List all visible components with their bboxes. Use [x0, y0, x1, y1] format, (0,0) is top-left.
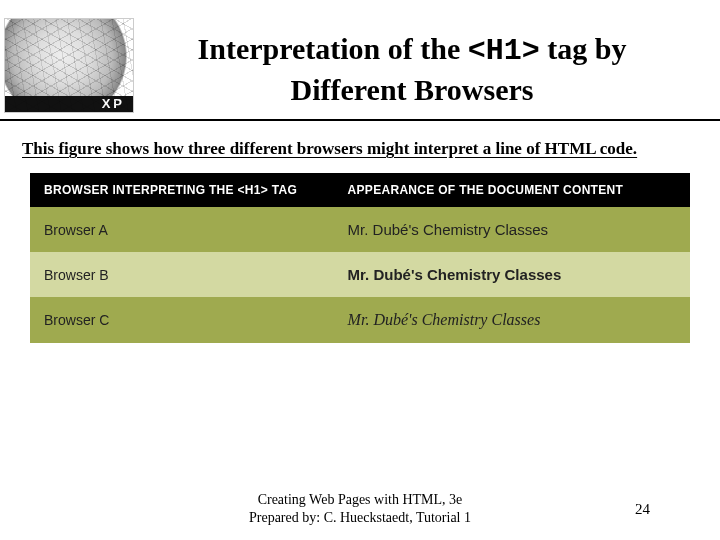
cell-appearance: Mr. Dubé's Chemistry Classes: [334, 207, 690, 252]
table-header-col1: BROWSER INTERPRETING THE <H1> TAG: [30, 173, 334, 207]
footer-line1: Creating Web Pages with HTML, 3e: [249, 491, 471, 509]
title-line2: Different Browsers: [291, 73, 534, 106]
title-part2: tag by: [540, 32, 627, 65]
table-header-row: BROWSER INTERPRETING THE <H1> TAG APPEAR…: [30, 173, 690, 207]
logo-graphic: XP: [4, 18, 134, 113]
table-row: Browser A Mr. Dubé's Chemistry Classes: [30, 207, 690, 252]
cell-appearance: Mr. Dubé's Chemistry Classes: [334, 297, 690, 343]
browser-table: BROWSER INTERPRETING THE <H1> TAG APPEAR…: [30, 173, 690, 343]
figure-caption: This figure shows how three different br…: [22, 139, 720, 159]
cell-appearance: Mr. Dubé's Chemistry Classes: [334, 252, 690, 297]
slide-footer: Creating Web Pages with HTML, 3e Prepare…: [0, 491, 720, 526]
title-code: <H1>: [468, 34, 540, 68]
page-number: 24: [635, 501, 650, 518]
table-row: Browser B Mr. Dubé's Chemistry Classes: [30, 252, 690, 297]
slide-header: XP Interpretation of the <H1> tag by Dif…: [0, 0, 720, 113]
table-row: Browser C Mr. Dubé's Chemistry Classes: [30, 297, 690, 343]
cell-browser: Browser C: [30, 297, 334, 343]
slide-title: Interpretation of the <H1> tag by Differ…: [134, 30, 690, 108]
cell-browser: Browser A: [30, 207, 334, 252]
title-part1: Interpretation of the: [198, 32, 468, 65]
cell-browser: Browser B: [30, 252, 334, 297]
browser-table-wrap: BROWSER INTERPRETING THE <H1> TAG APPEAR…: [30, 173, 690, 343]
footer-center: Creating Web Pages with HTML, 3e Prepare…: [249, 491, 471, 526]
table-header-col2: APPEARANCE OF THE DOCUMENT CONTENT: [334, 173, 690, 207]
title-area: Interpretation of the <H1> tag by Differ…: [134, 18, 720, 108]
logo-band: XP: [5, 96, 133, 112]
footer-line2: Prepared by: C. Hueckstaedt, Tutorial 1: [249, 509, 471, 527]
divider: [0, 119, 720, 121]
